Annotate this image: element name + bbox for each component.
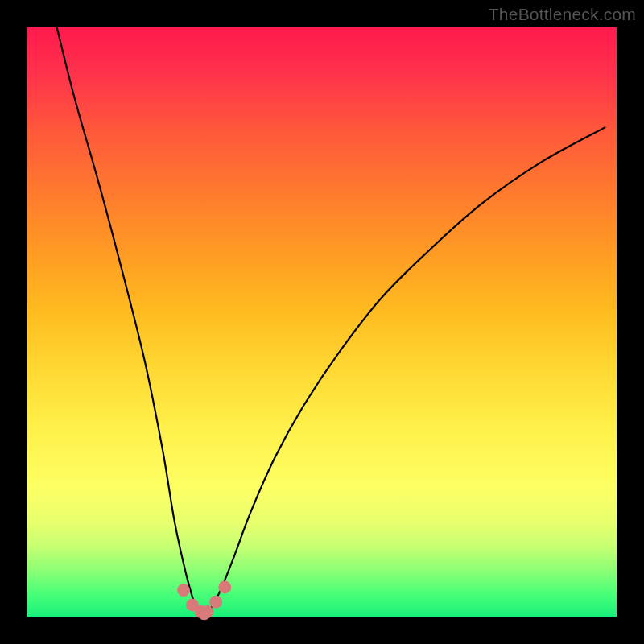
highlight-point xyxy=(200,605,213,618)
plot-area xyxy=(27,27,617,617)
watermark-text: TheBottleneck.com xyxy=(489,5,636,24)
bottleneck-curve xyxy=(57,27,605,613)
highlight-markers xyxy=(177,580,231,620)
highlight-point xyxy=(218,580,231,593)
chart-frame: TheBottleneck.com xyxy=(0,0,644,644)
highlight-point xyxy=(177,584,190,597)
highlight-point xyxy=(209,596,222,609)
curve-svg xyxy=(27,27,617,617)
